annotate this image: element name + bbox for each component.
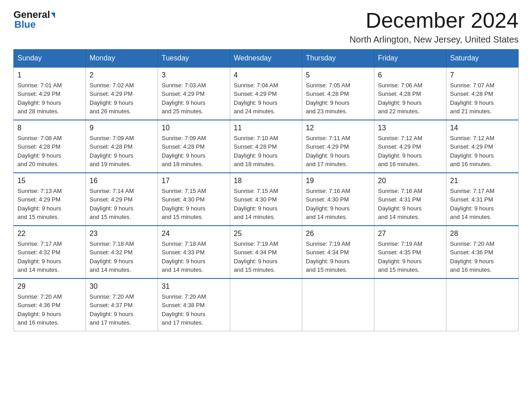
table-row: 26Sunrise: 7:19 AMSunset: 4:34 PMDayligh…	[302, 226, 374, 278]
table-row: 13Sunrise: 7:12 AMSunset: 4:29 PMDayligh…	[374, 120, 446, 173]
header-tuesday: Tuesday	[158, 49, 230, 67]
day-number: 28	[450, 230, 515, 238]
day-info: Sunrise: 7:18 AMSunset: 4:32 PMDaylight:…	[90, 240, 154, 274]
table-row: 10Sunrise: 7:09 AMSunset: 4:28 PMDayligh…	[158, 120, 230, 173]
day-info: Sunrise: 7:06 AMSunset: 4:28 PMDaylight:…	[378, 81, 442, 116]
day-info: Sunrise: 7:15 AMSunset: 4:30 PMDaylight:…	[234, 187, 298, 222]
day-number: 31	[162, 283, 226, 291]
table-row: 5Sunrise: 7:05 AMSunset: 4:28 PMDaylight…	[302, 67, 374, 120]
calendar-table: Sunday Monday Tuesday Wednesday Thursday…	[13, 49, 519, 331]
table-row: 8Sunrise: 7:08 AMSunset: 4:28 PMDaylight…	[14, 120, 86, 173]
day-info: Sunrise: 7:19 AMSunset: 4:34 PMDaylight:…	[234, 240, 298, 274]
day-info: Sunrise: 7:16 AMSunset: 4:31 PMDaylight:…	[378, 187, 442, 222]
day-info: Sunrise: 7:20 AMSunset: 4:37 PMDaylight:…	[90, 292, 154, 327]
table-row: 2Sunrise: 7:02 AMSunset: 4:29 PMDaylight…	[86, 67, 158, 120]
calendar-week-5: 29Sunrise: 7:20 AMSunset: 4:36 PMDayligh…	[14, 278, 519, 331]
table-row: 28Sunrise: 7:20 AMSunset: 4:36 PMDayligh…	[446, 226, 519, 278]
header-friday: Friday	[374, 49, 446, 67]
day-info: Sunrise: 7:03 AMSunset: 4:29 PMDaylight:…	[162, 81, 226, 116]
day-number: 9	[90, 124, 154, 132]
day-number: 6	[378, 71, 442, 79]
day-number: 30	[90, 283, 154, 291]
day-number: 2	[90, 71, 154, 79]
day-info: Sunrise: 7:15 AMSunset: 4:30 PMDaylight:…	[162, 187, 226, 222]
day-info: Sunrise: 7:19 AMSunset: 4:34 PMDaylight:…	[306, 240, 370, 274]
day-info: Sunrise: 7:19 AMSunset: 4:35 PMDaylight:…	[378, 240, 442, 274]
day-number: 1	[17, 71, 82, 79]
table-row: 1Sunrise: 7:01 AMSunset: 4:29 PMDaylight…	[14, 67, 86, 120]
table-row: 27Sunrise: 7:19 AMSunset: 4:35 PMDayligh…	[374, 226, 446, 278]
day-number: 4	[234, 71, 298, 79]
table-row: 4Sunrise: 7:04 AMSunset: 4:29 PMDaylight…	[230, 67, 302, 120]
header-thursday: Thursday	[302, 49, 374, 67]
day-number: 25	[234, 230, 298, 238]
day-info: Sunrise: 7:17 AMSunset: 4:31 PMDaylight:…	[450, 187, 515, 222]
day-info: Sunrise: 7:01 AMSunset: 4:29 PMDaylight:…	[17, 81, 82, 116]
day-info: Sunrise: 7:10 AMSunset: 4:28 PMDaylight:…	[234, 134, 298, 169]
table-row: 20Sunrise: 7:16 AMSunset: 4:31 PMDayligh…	[374, 173, 446, 226]
weekday-header-row: Sunday Monday Tuesday Wednesday Thursday…	[14, 49, 519, 67]
day-info: Sunrise: 7:12 AMSunset: 4:29 PMDaylight:…	[378, 134, 442, 169]
day-number: 21	[450, 177, 515, 185]
day-info: Sunrise: 7:02 AMSunset: 4:29 PMDaylight:…	[90, 81, 154, 116]
location-text: North Arlington, New Jersey, United Stat…	[349, 34, 519, 45]
calendar-week-1: 1Sunrise: 7:01 AMSunset: 4:29 PMDaylight…	[14, 67, 519, 120]
table-row	[446, 278, 519, 331]
table-row: 3Sunrise: 7:03 AMSunset: 4:29 PMDaylight…	[158, 67, 230, 120]
calendar-week-4: 22Sunrise: 7:17 AMSunset: 4:32 PMDayligh…	[14, 226, 519, 278]
table-row: 17Sunrise: 7:15 AMSunset: 4:30 PMDayligh…	[158, 173, 230, 226]
day-number: 17	[162, 177, 226, 185]
table-row: 14Sunrise: 7:12 AMSunset: 4:29 PMDayligh…	[446, 120, 519, 173]
day-info: Sunrise: 7:05 AMSunset: 4:28 PMDaylight:…	[306, 81, 370, 116]
day-number: 7	[450, 71, 515, 79]
calendar-week-2: 8Sunrise: 7:08 AMSunset: 4:28 PMDaylight…	[14, 120, 519, 173]
logo: General Blue	[13, 9, 55, 30]
header-monday: Monday	[86, 49, 158, 67]
day-number: 14	[450, 124, 515, 132]
day-info: Sunrise: 7:16 AMSunset: 4:30 PMDaylight:…	[306, 187, 370, 222]
table-row	[374, 278, 446, 331]
table-row: 7Sunrise: 7:07 AMSunset: 4:28 PMDaylight…	[446, 67, 519, 120]
header-wednesday: Wednesday	[230, 49, 302, 67]
day-info: Sunrise: 7:18 AMSunset: 4:33 PMDaylight:…	[162, 240, 226, 274]
day-number: 29	[17, 283, 82, 291]
day-number: 20	[378, 177, 442, 185]
title-section: December 2024 North Arlington, New Jerse…	[349, 9, 519, 45]
month-title: December 2024	[349, 9, 519, 33]
day-info: Sunrise: 7:14 AMSunset: 4:29 PMDaylight:…	[90, 187, 154, 222]
day-number: 10	[162, 124, 226, 132]
day-info: Sunrise: 7:11 AMSunset: 4:29 PMDaylight:…	[306, 134, 370, 169]
day-info: Sunrise: 7:08 AMSunset: 4:28 PMDaylight:…	[17, 134, 82, 169]
header-saturday: Saturday	[446, 49, 519, 67]
table-row: 21Sunrise: 7:17 AMSunset: 4:31 PMDayligh…	[446, 173, 519, 226]
header-sunday: Sunday	[14, 49, 86, 67]
table-row: 6Sunrise: 7:06 AMSunset: 4:28 PMDaylight…	[374, 67, 446, 120]
table-row: 25Sunrise: 7:19 AMSunset: 4:34 PMDayligh…	[230, 226, 302, 278]
table-row: 11Sunrise: 7:10 AMSunset: 4:28 PMDayligh…	[230, 120, 302, 173]
day-info: Sunrise: 7:20 AMSunset: 4:36 PMDaylight:…	[17, 292, 82, 327]
table-row: 31Sunrise: 7:20 AMSunset: 4:38 PMDayligh…	[158, 278, 230, 331]
table-row: 24Sunrise: 7:18 AMSunset: 4:33 PMDayligh…	[158, 226, 230, 278]
day-info: Sunrise: 7:09 AMSunset: 4:28 PMDaylight:…	[90, 134, 154, 169]
logo-triangle-icon	[51, 13, 55, 18]
day-number: 16	[90, 177, 154, 185]
day-info: Sunrise: 7:17 AMSunset: 4:32 PMDaylight:…	[17, 240, 82, 274]
day-number: 23	[90, 230, 154, 238]
day-info: Sunrise: 7:09 AMSunset: 4:28 PMDaylight:…	[162, 134, 226, 169]
page-header: General Blue December 2024 North Arlingt…	[13, 9, 519, 45]
day-info: Sunrise: 7:12 AMSunset: 4:29 PMDaylight:…	[450, 134, 515, 169]
table-row: 19Sunrise: 7:16 AMSunset: 4:30 PMDayligh…	[302, 173, 374, 226]
table-row: 18Sunrise: 7:15 AMSunset: 4:30 PMDayligh…	[230, 173, 302, 226]
table-row: 15Sunrise: 7:13 AMSunset: 4:29 PMDayligh…	[14, 173, 86, 226]
logo-blue-text: Blue	[13, 19, 36, 30]
day-number: 18	[234, 177, 298, 185]
day-info: Sunrise: 7:04 AMSunset: 4:29 PMDaylight:…	[234, 81, 298, 116]
day-number: 11	[234, 124, 298, 132]
table-row	[302, 278, 374, 331]
day-number: 12	[306, 124, 370, 132]
day-number: 3	[162, 71, 226, 79]
table-row: 12Sunrise: 7:11 AMSunset: 4:29 PMDayligh…	[302, 120, 374, 173]
table-row	[230, 278, 302, 331]
day-number: 5	[306, 71, 370, 79]
day-info: Sunrise: 7:20 AMSunset: 4:36 PMDaylight:…	[450, 240, 515, 274]
